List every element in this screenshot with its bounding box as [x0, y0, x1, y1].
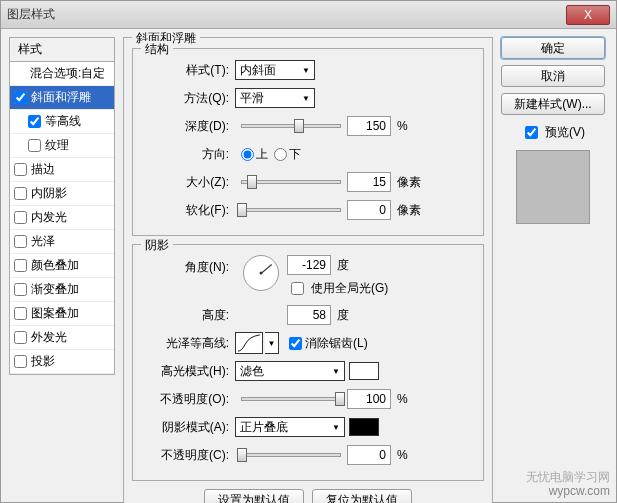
shadow-opacity-thumb[interactable]	[237, 448, 247, 462]
soften-slider[interactable]	[241, 208, 341, 212]
titlebar: 图层样式 X	[1, 1, 616, 29]
style-row-stroke[interactable]: 描边	[10, 158, 114, 182]
method-label: 方法(Q):	[141, 90, 229, 107]
highlight-mode-label: 高光模式(H):	[141, 363, 229, 380]
styles-list: 混合选项:自定 斜面和浮雕 等高线 纹理 描边 内阴影 内发光 光泽 颜色叠加 …	[9, 62, 115, 375]
preview-label: 预览(V)	[545, 124, 585, 141]
styles-header: 样式	[9, 37, 115, 62]
soften-thumb[interactable]	[237, 203, 247, 217]
preview-box	[516, 150, 590, 224]
style-check-bevel[interactable]	[14, 91, 27, 104]
depth-label: 深度(D):	[141, 118, 229, 135]
angle-unit: 度	[337, 257, 349, 274]
reset-default-button[interactable]: 复位为默认值	[312, 489, 412, 503]
altitude-label: 高度:	[141, 307, 229, 324]
antialias-check[interactable]	[289, 337, 302, 350]
highlight-opacity-input[interactable]	[347, 389, 391, 409]
highlight-opacity-unit: %	[397, 392, 408, 406]
gloss-label: 光泽等高线:	[141, 335, 229, 352]
soften-unit: 像素	[397, 202, 421, 219]
style-check-texture[interactable]	[28, 139, 41, 152]
angle-input[interactable]	[287, 255, 331, 275]
layer-style-dialog: 图层样式 X 样式 混合选项:自定 斜面和浮雕 等高线 纹理 描边 内阴影 内发…	[0, 0, 617, 503]
style-check-innerglow[interactable]	[14, 211, 27, 224]
style-check-innershadow[interactable]	[14, 187, 27, 200]
make-default-button[interactable]: 设置为默认值	[204, 489, 304, 503]
shading-group: 阴影 角度(N): 度 使用全局光(G)	[132, 244, 484, 481]
size-unit: 像素	[397, 174, 421, 191]
style-check-gradientoverlay[interactable]	[14, 283, 27, 296]
size-slider[interactable]	[241, 180, 341, 184]
gloss-contour-arrow[interactable]: ▼	[265, 332, 279, 354]
highlight-mode-dropdown[interactable]: 滤色	[235, 361, 345, 381]
style-row-gradientoverlay[interactable]: 渐变叠加	[10, 278, 114, 302]
cancel-button[interactable]: 取消	[501, 65, 605, 87]
soften-input[interactable]	[347, 200, 391, 220]
style-row-innershadow[interactable]: 内阴影	[10, 182, 114, 206]
preview-check[interactable]	[525, 126, 538, 139]
style-row-contour[interactable]: 等高线	[10, 110, 114, 134]
shadow-opacity-slider[interactable]	[241, 453, 341, 457]
angle-control[interactable]	[243, 255, 279, 291]
shadow-mode-label: 阴影模式(A):	[141, 419, 229, 436]
direction-up-radio[interactable]	[241, 148, 254, 161]
new-style-button[interactable]: 新建样式(W)...	[501, 93, 605, 115]
style-row-patternoverlay[interactable]: 图案叠加	[10, 302, 114, 326]
structure-title: 结构	[141, 41, 173, 58]
shadow-opacity-input[interactable]	[347, 445, 391, 465]
soften-label: 软化(F):	[141, 202, 229, 219]
main-panel: 斜面和浮雕 结构 样式(T): 内斜面 方法(Q): 平滑 深度(D):	[123, 37, 493, 494]
shadow-opacity-label: 不透明度(C):	[141, 447, 229, 464]
style-row-bevel[interactable]: 斜面和浮雕	[10, 86, 114, 110]
depth-slider[interactable]	[241, 124, 341, 128]
style-row-innerglow[interactable]: 内发光	[10, 206, 114, 230]
gloss-contour-picker[interactable]	[235, 332, 263, 354]
shading-title: 阴影	[141, 237, 173, 254]
direction-down-radio[interactable]	[274, 148, 287, 161]
style-row-coloroverlay[interactable]: 颜色叠加	[10, 254, 114, 278]
global-light-label: 使用全局光(G)	[311, 280, 388, 297]
size-input[interactable]	[347, 172, 391, 192]
direction-label: 方向:	[141, 146, 229, 163]
structure-group: 结构 样式(T): 内斜面 方法(Q): 平滑 深度(D): %	[132, 48, 484, 236]
highlight-color-swatch[interactable]	[349, 362, 379, 380]
method-dropdown[interactable]: 平滑	[235, 88, 315, 108]
style-label: 样式(T):	[141, 62, 229, 79]
highlight-opacity-label: 不透明度(O):	[141, 391, 229, 408]
style-row-dropshadow[interactable]: 投影	[10, 350, 114, 374]
style-row-outerglow[interactable]: 外发光	[10, 326, 114, 350]
altitude-unit: 度	[337, 307, 349, 324]
style-row-satin[interactable]: 光泽	[10, 230, 114, 254]
style-check-satin[interactable]	[14, 235, 27, 248]
style-dropdown[interactable]: 内斜面	[235, 60, 315, 80]
shadow-opacity-unit: %	[397, 448, 408, 462]
altitude-input[interactable]	[287, 305, 331, 325]
dialog-title: 图层样式	[7, 6, 566, 23]
style-check-coloroverlay[interactable]	[14, 259, 27, 272]
depth-thumb[interactable]	[294, 119, 304, 133]
bevel-group: 斜面和浮雕 结构 样式(T): 内斜面 方法(Q): 平滑 深度(D):	[123, 37, 493, 503]
style-check-contour[interactable]	[28, 115, 41, 128]
shadow-mode-dropdown[interactable]: 正片叠底	[235, 417, 345, 437]
angle-label: 角度(N):	[141, 255, 229, 276]
shadow-color-swatch[interactable]	[349, 418, 379, 436]
right-panel: 确定 取消 新建样式(W)... 预览(V)	[501, 37, 605, 494]
highlight-opacity-slider[interactable]	[241, 397, 341, 401]
style-row-texture[interactable]: 纹理	[10, 134, 114, 158]
highlight-opacity-thumb[interactable]	[335, 392, 345, 406]
size-thumb[interactable]	[247, 175, 257, 189]
style-check-outerglow[interactable]	[14, 331, 27, 344]
style-check-stroke[interactable]	[14, 163, 27, 176]
close-button[interactable]: X	[566, 5, 610, 25]
antialias-label: 消除锯齿(L)	[305, 335, 368, 352]
ok-button[interactable]: 确定	[501, 37, 605, 59]
styles-panel: 样式 混合选项:自定 斜面和浮雕 等高线 纹理 描边 内阴影 内发光 光泽 颜色…	[9, 37, 115, 494]
blend-options-row[interactable]: 混合选项:自定	[10, 62, 114, 86]
style-check-dropshadow[interactable]	[14, 355, 27, 368]
size-label: 大小(Z):	[141, 174, 229, 191]
depth-unit: %	[397, 119, 408, 133]
style-check-patternoverlay[interactable]	[14, 307, 27, 320]
depth-input[interactable]	[347, 116, 391, 136]
global-light-check[interactable]	[291, 282, 304, 295]
